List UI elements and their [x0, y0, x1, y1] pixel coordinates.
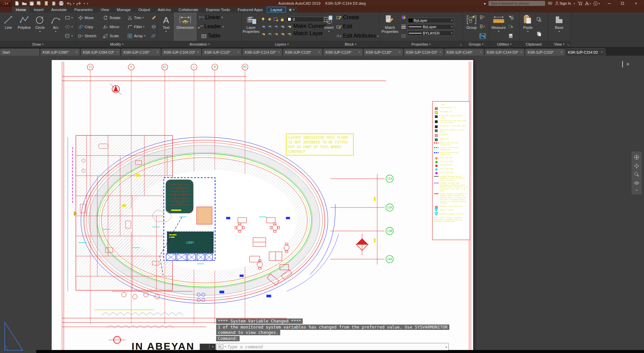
move-button[interactable]: Move [77, 15, 101, 20]
panel-label-block[interactable]: Block▾ [322, 41, 379, 47]
tab-close-icon[interactable]: × [520, 50, 522, 54]
make-current-button[interactable]: Make Current [286, 23, 327, 30]
layer-on-icon[interactable] [260, 17, 266, 22]
mobile-upload-button[interactable] [44, 1, 49, 6]
copy-button[interactable]: Copy [77, 24, 101, 30]
navigation-bar[interactable]: ▾ [632, 152, 642, 194]
file-tab[interactable]: KSR-SJP-C110* × [202, 49, 242, 56]
match-properties-button[interactable]: Match Properties [380, 13, 400, 40]
undo-button[interactable] [66, 1, 71, 6]
file-tab[interactable]: KSR-SJP-C104 D3* × [161, 49, 201, 56]
lineweight-list-icon[interactable] [401, 24, 406, 29]
sign-in-button[interactable]: Sign In [555, 1, 571, 5]
ribbon-tab[interactable]: Layout [267, 7, 286, 12]
drawing-area[interactable]: LOBBY [0, 56, 644, 353]
plot-button[interactable] [58, 1, 64, 6]
app-menu-button[interactable]: A▾ [0, 0, 11, 7]
polyline-button[interactable]: Polyline [17, 13, 32, 40]
redo-button[interactable] [77, 1, 82, 6]
tab-close-icon[interactable]: × [116, 50, 118, 54]
tab-close-icon[interactable]: × [238, 50, 240, 54]
panel-label-modify[interactable]: Modify▾ [76, 41, 157, 47]
layer-thaw2-icon[interactable] [273, 31, 279, 36]
ribbon-tab[interactable]: Annotate [47, 7, 70, 12]
layer-lock2-icon[interactable] [280, 23, 285, 28]
layer-freeze-icon[interactable] [273, 23, 279, 28]
ribbon-tab[interactable]: Express Tools [202, 7, 234, 12]
stretch-button[interactable]: Stretch [77, 33, 101, 39]
recent-commands-icon[interactable]: ▾ [225, 345, 226, 348]
rectangle-button[interactable]: ▾ [64, 15, 73, 20]
tab-close-icon[interactable]: × [560, 50, 562, 54]
save-button[interactable] [29, 1, 34, 6]
command-input[interactable] [228, 344, 444, 349]
tab-close-icon[interactable]: × [601, 50, 603, 54]
tab-close-icon[interactable]: × [439, 50, 441, 54]
command-prompt-icon[interactable]: >_ [218, 344, 224, 349]
edit-block-button[interactable]: Edit [336, 23, 353, 30]
quick-select-icon[interactable] [508, 15, 513, 20]
copy-clip-icon[interactable] [536, 31, 542, 36]
properties-dialog-launcher[interactable]: ↘ [459, 43, 462, 46]
redo-dropdown[interactable]: ▾ [84, 2, 85, 5]
panel-label-draw[interactable]: Draw▾ [0, 41, 76, 47]
array-button[interactable]: Array▾ [127, 33, 150, 39]
ribbon-tab[interactable]: Collaborate [175, 7, 202, 12]
panel-label-groups[interactable]: Groups▾ [463, 41, 489, 47]
tab-close-icon[interactable]: × [399, 50, 401, 54]
paper-sheet[interactable]: LOBBY [52, 60, 473, 353]
layer-unlock-icon[interactable] [280, 31, 285, 36]
file-tab[interactable]: KSR-SJP-C124* × [323, 49, 363, 56]
table-button[interactable]: Table [200, 33, 221, 39]
hatch-button[interactable]: ▾ [64, 33, 73, 39]
dimension-button[interactable]: Dimension [175, 13, 196, 40]
command-close-icon[interactable]: × [212, 345, 214, 349]
command-window-handle[interactable]: × [200, 344, 216, 350]
ribbon-tab[interactable]: Output [135, 7, 154, 12]
file-tab[interactable]: KSR-SJP-C120* × [283, 49, 323, 56]
ribbon-tab[interactable]: Add-ins [154, 7, 175, 12]
ribbon-tab[interactable]: View [97, 7, 113, 12]
full-navigation-wheel-icon[interactable] [634, 155, 639, 160]
view-dialog-launcher[interactable]: ↘ [567, 43, 569, 46]
file-tab[interactable]: KSR-SJP-C134 D3* × [404, 49, 444, 56]
group-selection-toggle[interactable] [480, 34, 485, 39]
open-file-button[interactable] [21, 1, 27, 6]
search-input[interactable] [489, 1, 545, 6]
quick-calc-region-icon[interactable] [508, 24, 513, 29]
ribbon-tab[interactable]: Manage [113, 7, 135, 12]
minimize-button[interactable] [602, 0, 616, 7]
file-tab[interactable]: KSR-SJP-C150* × [525, 49, 565, 56]
orbit-icon[interactable] [634, 180, 639, 186]
panel-label-layers[interactable]: Layers▾ [242, 41, 322, 47]
ribbon-display-controls[interactable]: ▣ ▾ [286, 7, 297, 12]
rotate-button[interactable]: Rotate [102, 15, 125, 20]
panel-label-annotation[interactable]: Annotation▾ [158, 41, 241, 47]
ribbon-tab[interactable]: Home [12, 7, 30, 12]
search-history-icon[interactable]: ▸ [484, 1, 486, 6]
circle-button[interactable]: Circle ▾ [33, 13, 47, 40]
panel-label-clipboard[interactable]: Clipboard [519, 41, 548, 47]
linetype-list-icon[interactable] [401, 34, 406, 39]
dwg-restore-button[interactable] [622, 61, 623, 67]
close-button[interactable]: × [629, 0, 643, 7]
ribbon-tab[interactable]: Featured Apps [234, 7, 267, 12]
linetype-dropdown[interactable]: BYLAYER▾ [407, 31, 454, 36]
layer-lock-icon[interactable] [280, 17, 285, 22]
file-tab[interactable]: KSR-SJP-C114 D3* × [242, 49, 282, 56]
tab-close-icon[interactable]: × [318, 50, 320, 54]
save-as-button[interactable] [36, 1, 42, 6]
new-file-button[interactable] [14, 1, 19, 6]
arc-button[interactable]: Arc ▾ [48, 13, 63, 40]
layer-unisolate-icon[interactable] [267, 31, 272, 36]
file-tab[interactable]: KSR-SJP-C144 D3* × [485, 49, 525, 56]
layer-isolate-icon[interactable] [267, 23, 272, 28]
object-color-dropdown[interactable]: ByLayer▾ [407, 18, 454, 23]
linear-button[interactable]: Linear▾ [198, 14, 224, 21]
layer-off-icon[interactable] [260, 23, 266, 28]
file-tab[interactable]: KSR-SJP-C100* × [121, 49, 161, 56]
command-bar[interactable]: >_ ▾ ▴ [216, 343, 449, 350]
group-edit-icon[interactable] [480, 24, 485, 29]
help-icon[interactable]: ?▾ [593, 1, 600, 6]
tab-close-icon[interactable]: × [197, 50, 199, 54]
